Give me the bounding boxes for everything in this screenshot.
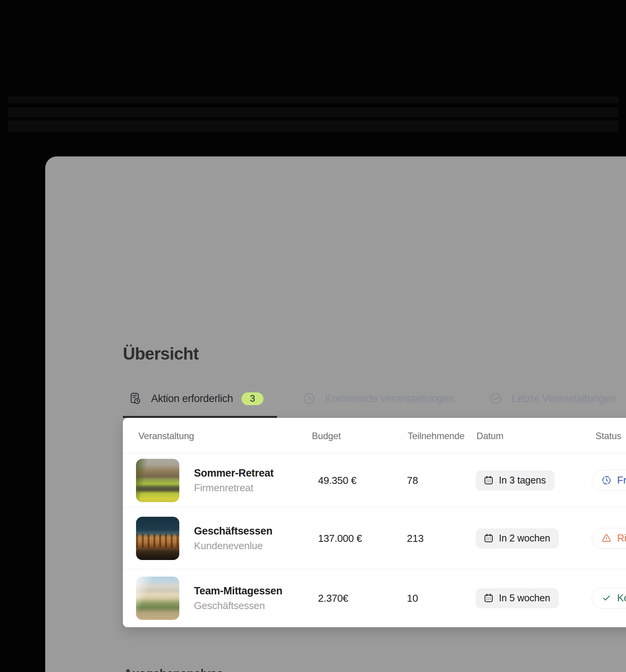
- screen: Übersicht Aktion erforderlich 3 Kommende…: [0, 0, 626, 672]
- clock-icon: [303, 392, 316, 405]
- event-titles: Sommer-Retreat Firmenretreat: [194, 467, 274, 494]
- expense-analysis-heading: Ausgabenanalyse: [124, 667, 223, 672]
- event-titles: Geschäftsessen Kundenevenlue: [194, 525, 272, 552]
- date-chip-label: In 2 wochen: [499, 533, 550, 544]
- tab-label: Letzte Veranstaltungen: [512, 393, 616, 405]
- events-table: Veranstaltung Budget Teilnehmende Datum …: [123, 418, 626, 627]
- date-chip-label: In 5 wochen: [499, 592, 550, 604]
- event-budget: 49.350 €: [318, 474, 357, 486]
- page-title: Übersicht: [123, 344, 199, 363]
- status-label: Richtlinienw: [617, 532, 626, 544]
- event-title: Sommer-Retreat: [194, 467, 274, 479]
- event-title: Team-Mittagessen: [194, 585, 282, 597]
- event-attendees: 78: [407, 474, 418, 486]
- document-clock-icon: [129, 392, 142, 405]
- event-attendees: 213: [407, 532, 424, 544]
- status-label: Freigabe erf: [617, 474, 626, 486]
- event-budget: 137.000 €: [318, 532, 362, 544]
- pending-clock-icon: [601, 475, 612, 485]
- background-texture: [8, 97, 618, 103]
- tab-count-badge: 3: [242, 392, 264, 405]
- event-photo-night-building: [136, 517, 179, 560]
- column-header-attendees: Teilnehmende: [408, 431, 464, 441]
- table-header: Veranstaltung Budget Teilnehmende Datum …: [123, 418, 626, 453]
- event-titles: Team-Mittagessen Geschäftsessen: [194, 585, 282, 611]
- event-subtitle: Firmenretreat: [194, 482, 274, 494]
- overview-panel: Übersicht Aktion erforderlich 3 Kommende…: [45, 156, 626, 672]
- event-subtitle: Geschäftsessen: [194, 599, 282, 611]
- check-icon: [601, 593, 612, 603]
- tab-kommende-veranstaltungen[interactable]: Kommende Veranstaltungen: [303, 388, 454, 409]
- calendar-icon: [483, 533, 494, 543]
- tab-label: Aktion erforderlich: [151, 393, 233, 405]
- status-badge: Freigabe erf: [592, 470, 626, 491]
- calendar-icon: [483, 593, 494, 603]
- active-tab-underline: [123, 416, 277, 418]
- column-header-budget: Budget: [312, 431, 341, 441]
- tab-aktion-erforderlich[interactable]: Aktion erforderlich 3: [129, 388, 264, 409]
- status-label: Konform: [617, 592, 626, 604]
- table-row[interactable]: Sommer-Retreat Firmenretreat 49.350 € 78…: [123, 453, 626, 507]
- date-chip: In 2 wochen: [476, 528, 559, 548]
- event-photo-terrace: [136, 577, 179, 620]
- tab-letzte-veranstaltungen[interactable]: Letzte Veranstaltungen: [489, 388, 616, 409]
- background-texture: [8, 120, 618, 132]
- warning-triangle-icon: [601, 533, 612, 543]
- calendar-icon: [483, 475, 494, 485]
- event-title: Geschäftsessen: [194, 525, 272, 537]
- background-texture: [8, 107, 618, 117]
- event-attendees: 10: [407, 592, 418, 604]
- column-header-status: Status: [595, 431, 621, 441]
- column-header-date: Datum: [476, 431, 504, 441]
- status-badge: Konform: [592, 588, 626, 609]
- date-chip-label: In 3 tagens: [499, 475, 546, 486]
- date-chip: In 5 wochen: [476, 588, 559, 608]
- table-row[interactable]: Geschäftsessen Kundenevenlue 137.000 € 2…: [123, 507, 626, 569]
- date-chip: In 3 tagens: [476, 470, 555, 490]
- check-circle-icon: [489, 392, 502, 405]
- tab-label: Kommende Veranstaltungen: [325, 393, 454, 405]
- status-badge: Richtlinienw: [592, 528, 626, 549]
- event-budget: 2.370€: [318, 592, 348, 604]
- event-subtitle: Kundenevenlue: [194, 540, 272, 552]
- table-row[interactable]: Team-Mittagessen Geschäftsessen 2.370€ 1…: [123, 569, 626, 627]
- event-photo-villa: [136, 459, 179, 502]
- column-header-event: Veranstaltung: [138, 431, 194, 441]
